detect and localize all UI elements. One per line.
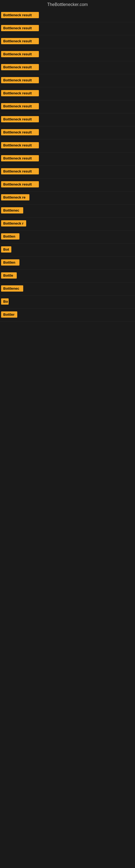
bottleneck-badge[interactable]: Bottler: [1, 311, 17, 318]
list-item: Bottleneck result: [0, 100, 135, 113]
bottleneck-badge[interactable]: Bottleneck result: [1, 90, 39, 96]
list-item: Bottler: [0, 309, 135, 322]
list-item: Bottleneck result: [0, 140, 135, 152]
bottleneck-badge[interactable]: Bottleneck result: [1, 51, 39, 57]
bottleneck-badge[interactable]: Bottleneck r: [1, 220, 26, 226]
bottleneck-badge[interactable]: Bottlenec: [1, 285, 23, 291]
list-item: Bottleneck re: [0, 191, 135, 205]
list-item: Bottleneck result: [0, 152, 135, 165]
bottleneck-badge[interactable]: Bottlen: [1, 233, 19, 240]
bottleneck-badge[interactable]: Bot: [1, 246, 11, 252]
bottleneck-badge[interactable]: Bottleneck result: [1, 25, 39, 31]
bottleneck-badge[interactable]: Bottleneck result: [1, 181, 39, 187]
list-item: Bottleneck result: [0, 74, 135, 87]
list-item: Bottlen: [0, 230, 135, 244]
bottleneck-badge[interactable]: Bo: [1, 299, 9, 305]
list-item: Bottleneck result: [0, 35, 135, 48]
bottleneck-badge[interactable]: Bottleneck result: [1, 155, 39, 161]
list-item: Bottleneck r: [0, 218, 135, 230]
bottleneck-badge[interactable]: Bottle: [1, 272, 17, 279]
bottleneck-badge[interactable]: Bottleneck result: [1, 103, 39, 109]
list-item: Bot: [0, 244, 135, 257]
bottleneck-badge[interactable]: Bottleneck result: [1, 64, 39, 70]
bottleneck-badge[interactable]: Bottleneck result: [1, 116, 39, 122]
bottleneck-badge[interactable]: Bottleneck result: [1, 38, 39, 44]
list-item: Bottlen: [0, 257, 135, 270]
list-item: Bottleneck result: [0, 9, 135, 22]
list-item: Bottleneck result: [0, 165, 135, 179]
bottleneck-badge[interactable]: Bottlenec: [1, 207, 23, 214]
list-item: Bottleneck result: [0, 48, 135, 61]
list-item: Bottleneck result: [0, 113, 135, 126]
list-item: Bottleneck result: [0, 179, 135, 191]
list-item: Bottle: [0, 270, 135, 283]
bottleneck-badge[interactable]: Bottlen: [1, 259, 19, 266]
list-item: Bottlenec: [0, 283, 135, 296]
list-item: Bottleneck result: [0, 61, 135, 74]
site-title: TheBottlenecker.com: [0, 0, 135, 9]
list-item: Bottleneck result: [0, 22, 135, 35]
bottleneck-badge[interactable]: Bottleneck result: [1, 142, 39, 148]
bottleneck-badge[interactable]: Bottleneck result: [1, 12, 39, 18]
list-item: Bottleneck result: [0, 126, 135, 140]
bottleneck-badge[interactable]: Bottleneck result: [1, 77, 39, 83]
bottleneck-badge[interactable]: Bottleneck re: [1, 194, 30, 200]
list-item: Bo: [0, 296, 135, 309]
list-item: Bottlenec: [0, 205, 135, 218]
items-list: Bottleneck resultBottleneck resultBottle…: [0, 9, 135, 322]
bottleneck-badge[interactable]: Bottleneck result: [1, 168, 39, 175]
bottleneck-badge[interactable]: Bottleneck result: [1, 129, 39, 135]
list-item: Bottleneck result: [0, 87, 135, 100]
